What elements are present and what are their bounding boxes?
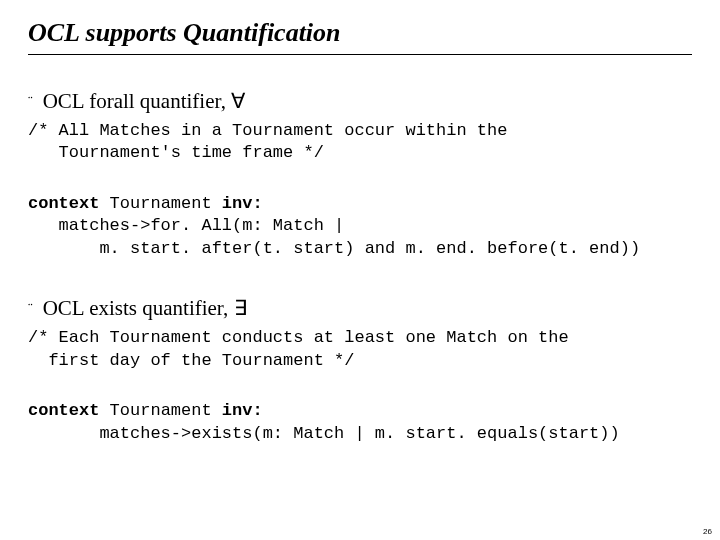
spacer [28,165,692,187]
forall-symbol: ∀ [231,89,245,113]
kw-inv-1: inv: [222,194,263,213]
bullet-glyph-icon: ¨ [28,94,33,110]
code1-line2: matches->for. All(m: Match | [28,215,692,237]
kw-context-2: context [28,401,99,420]
page-number: 26 [703,527,712,536]
comment2-line2: first day of the Tournament */ [28,350,692,372]
bullet-glyph-icon: ¨ [28,301,33,317]
bullet-forall-prefix: OCL forall quantifier, [43,89,232,113]
code-block-2: context Tournament inv: matches->exists(… [28,400,692,445]
code1-line1: context Tournament inv: [28,193,692,215]
spacer [28,372,692,394]
comment2-line1: /* Each Tournament conducts at least one… [28,327,692,349]
code-block-1: context Tournament inv: matches->for. Al… [28,193,692,260]
kw-context-1: context [28,194,99,213]
spacer [28,260,692,296]
title-underline [28,54,692,55]
code2-line1: context Tournament inv: [28,400,692,422]
comment1-line1: /* All Matches in a Tournament occur wit… [28,120,692,142]
bullet-forall-text: OCL forall quantifier, ∀ [43,89,246,114]
bullet-exists-text: OCL exists quantifier, ∃ [43,296,247,321]
kw-inv-2: inv: [222,401,263,420]
slide: OCL supports Quantification ¨ OCL forall… [0,0,720,540]
code1-line1-mid: Tournament [99,194,221,213]
comment1-line2: Tournament's time frame */ [28,142,692,164]
bullet-forall: ¨ OCL forall quantifier, ∀ [28,89,692,114]
bullet-exists: ¨ OCL exists quantifier, ∃ [28,296,692,321]
comment-block-1: /* All Matches in a Tournament occur wit… [28,120,692,165]
slide-title: OCL supports Quantification [28,18,692,48]
code2-line1-mid: Tournament [99,401,221,420]
comment-block-2: /* Each Tournament conducts at least one… [28,327,692,372]
bullet-exists-prefix: OCL exists quantifier, [43,296,234,320]
code2-line2: matches->exists(m: Match | m. start. equ… [28,423,692,445]
exists-symbol: ∃ [234,296,247,320]
code1-line3: m. start. after(t. start) and m. end. be… [28,238,692,260]
